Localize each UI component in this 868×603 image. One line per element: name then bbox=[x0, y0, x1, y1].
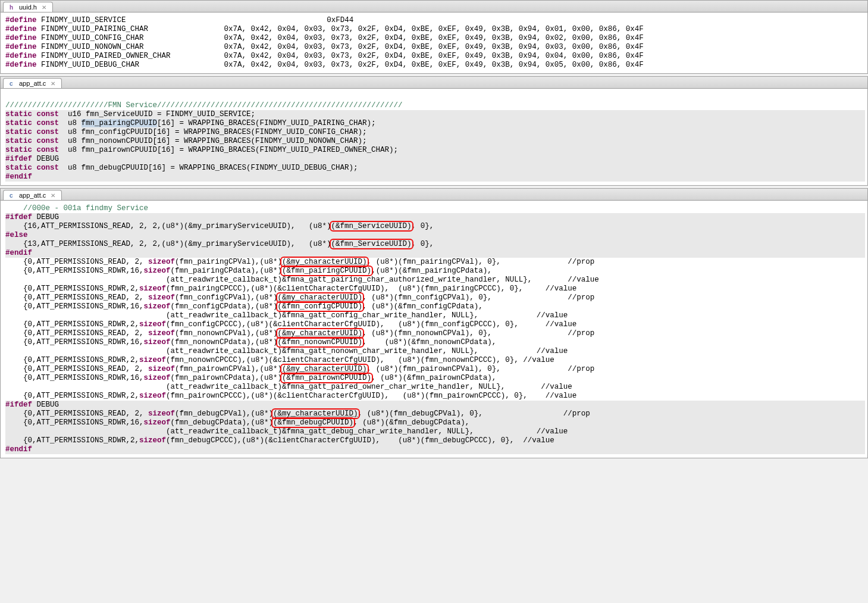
tab-label: app_att.c bbox=[19, 192, 46, 199]
highlight-fmn-debugcpuuid: (&fmn_debugCPUUID) bbox=[273, 418, 353, 427]
c-file-icon bbox=[10, 192, 17, 199]
close-icon[interactable]: ✕ bbox=[51, 80, 55, 87]
highlight-fmn-serviceuuid-2: (&fmn_ServiceUUID) bbox=[331, 240, 412, 248]
code-area-2[interactable]: ///////////////////////FMN Service//////… bbox=[1, 89, 867, 185]
editor-pane-uuidh: uuid.h ✕ #define FINDMY_UUID_SERVICE 0xF… bbox=[0, 0, 868, 74]
comment-line: ///////////////////////FMN Service//////… bbox=[5, 101, 403, 110]
tab-appatt-2[interactable]: app_att.c ✕ bbox=[3, 190, 62, 200]
highlight-my-characteruuid-2: (&my_characterUUID) bbox=[278, 293, 363, 302]
close-icon[interactable]: ✕ bbox=[51, 192, 55, 199]
tab-appatt-1[interactable]: app_att.c ✕ bbox=[3, 78, 62, 88]
highlight-my-characteruuid-3: (&my_characterUUID) bbox=[278, 329, 363, 338]
tab-label: app_att.c bbox=[19, 80, 46, 87]
kw-define: #define bbox=[5, 16, 37, 24]
editor-pane-appatt-2: app_att.c ✕ //000e - 001a findmy Service… bbox=[0, 188, 868, 458]
tabbar-3: app_att.c ✕ bbox=[1, 189, 867, 201]
highlight-fmn-nonowncpuuid: (&fmn_nonownCPUUID) bbox=[278, 338, 363, 346]
selected-token: fmn_pairingCPUUID bbox=[82, 119, 158, 127]
h-file-icon bbox=[10, 4, 17, 11]
close-icon[interactable]: ✕ bbox=[42, 4, 46, 11]
tabbar-2: app_att.c ✕ bbox=[1, 77, 867, 89]
c-file-icon bbox=[10, 80, 17, 87]
highlight-my-characteruuid-4: (&my_characterUUID) bbox=[282, 365, 367, 373]
highlight-my-characteruuid-1: (&my_characterUUID) bbox=[282, 258, 367, 266]
code-area-3[interactable]: //000e - 001a findmy Service #ifdef DEBU… bbox=[1, 201, 867, 458]
editor-pane-appatt-1: app_att.c ✕ ///////////////////////FMN S… bbox=[0, 76, 868, 186]
tab-uuidh[interactable]: uuid.h ✕ bbox=[3, 2, 53, 12]
code-area-1[interactable]: #define FINDMY_UUID_SERVICE 0xFD44 #defi… bbox=[1, 13, 867, 73]
highlight-fmn-pairingcpuuid: (&fmn_pairingCPUUID) bbox=[282, 267, 371, 275]
highlight-fmn-serviceuuid-1: (&fmn_ServiceUUID) bbox=[331, 222, 412, 230]
tabbar-1: uuid.h ✕ bbox=[1, 1, 867, 13]
highlight-my-characteruuid-5: (&my_characterUUID) bbox=[273, 410, 358, 418]
highlight-fmn-configcpuuid: (&fmn_configCPUUID) bbox=[278, 302, 363, 311]
highlight-fmn-pairowncpuuid: (&fmn_pairownCPUUID) bbox=[282, 374, 371, 382]
tab-label: uuid.h bbox=[19, 4, 37, 11]
